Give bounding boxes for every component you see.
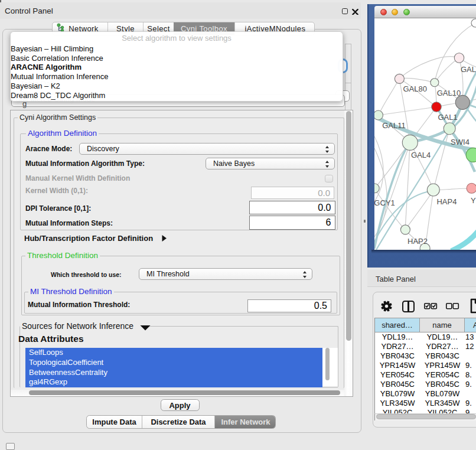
svg-text:GAL80: GAL80 xyxy=(403,84,426,93)
svg-text:HAP2: HAP2 xyxy=(407,237,428,246)
svg-text:GAL4: GAL4 xyxy=(411,151,431,159)
svg-text:SWI4: SWI4 xyxy=(451,138,470,146)
svg-text:GAL11: GAL11 xyxy=(382,121,406,130)
svg-text:Y: Y xyxy=(471,196,476,205)
svg-text:GAL1: GAL1 xyxy=(438,113,457,122)
svg-text:GAL10: GAL10 xyxy=(437,89,461,97)
svg-text:GAL1: GAL1 xyxy=(461,65,476,74)
svg-text:GCY1: GCY1 xyxy=(374,198,395,207)
svg-text:HAP4: HAP4 xyxy=(436,197,457,206)
